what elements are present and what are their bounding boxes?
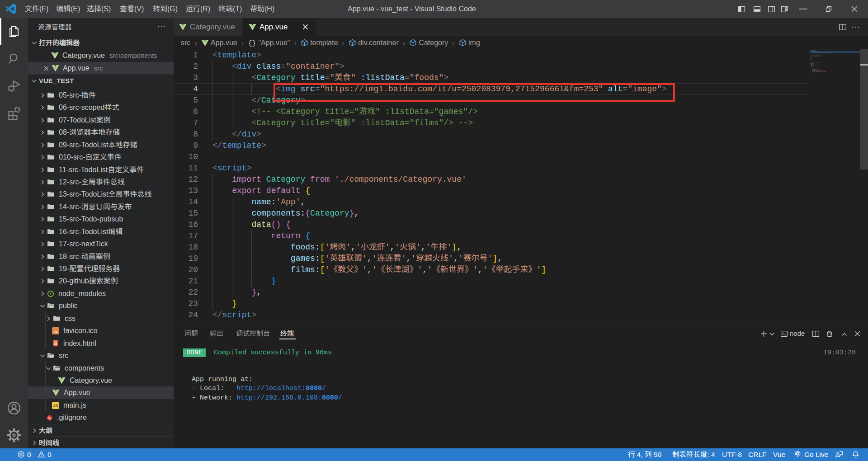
- svg-text:JS: JS: [53, 404, 58, 408]
- svg-text:n: n: [54, 329, 57, 334]
